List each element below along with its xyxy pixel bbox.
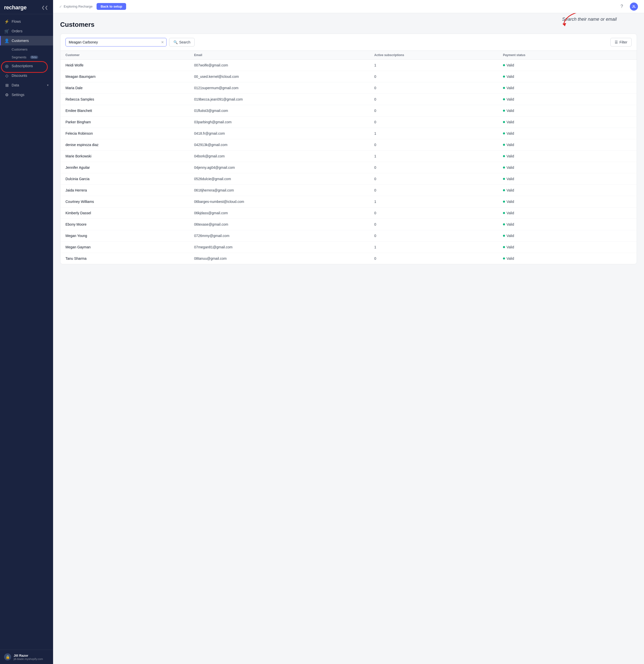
active-subscriptions: 0 [374, 177, 503, 181]
customer-email: 019becca.jean091@gmail.com [194, 97, 374, 101]
table-body: Heidi Wolfe 007wolfe@gmail.com 1 Valid M… [60, 60, 637, 264]
settings-icon: ⚙ [4, 92, 9, 97]
table-row[interactable]: Kimberly Dassel 06kjdass@gmail.com 0 Val… [60, 207, 637, 219]
payment-status: Valid [503, 222, 631, 226]
table-row[interactable]: Jaida Herrera 0616jherrera@gmail.com 0 V… [60, 185, 637, 196]
sidebar-item-subscriptions[interactable]: ◎ Subscriptions [0, 61, 53, 71]
status-dot-icon [503, 155, 505, 157]
table-row[interactable]: Megan Gayman 07megan81@gmail.com 1 Valid [60, 242, 637, 253]
sidebar-item-data[interactable]: ⊞ Data ▾ [0, 80, 53, 90]
sidebar-item-label: Data [12, 83, 19, 87]
search-row: ✕ 🔍 Search ☰ Filter [60, 34, 637, 51]
user-avatar-initials[interactable]: JL [630, 2, 638, 11]
beta-badge: Beta [30, 56, 38, 59]
search-input[interactable] [65, 38, 166, 46]
orders-icon: 🛒 [4, 29, 9, 33]
table-row[interactable]: Megan Young 0726mmy@gmail.com 0 Valid [60, 230, 637, 242]
status-dot-icon [503, 178, 505, 180]
sidebar-item-label: Orders [12, 29, 22, 33]
table-header: Customer Email Active subscriptions Paym… [60, 51, 637, 60]
table-row[interactable]: Marie Borkowski 04bork@gmail.com 1 Valid [60, 151, 637, 162]
active-subscriptions: 1 [374, 200, 503, 204]
payment-status: Valid [503, 120, 631, 124]
sidebar-subitem-customers-list[interactable]: Customers [0, 45, 53, 53]
customer-email: 01flutist3@gmail.com [194, 109, 374, 113]
customer-email: 06texase@gmail.com [194, 222, 374, 226]
table-row[interactable]: Meagan Baumgarn 00_used.kernel@icloud.co… [60, 71, 637, 82]
active-subscriptions: 0 [374, 97, 503, 101]
table-row[interactable]: Emilee Blanchett 01flutist3@gmail.com 0 … [60, 105, 637, 117]
back-to-setup-button[interactable]: Back to setup [97, 3, 126, 10]
customer-email: 0616jherrera@gmail.com [194, 188, 374, 192]
status-dot-icon [503, 76, 505, 78]
customer-name: Jaida Herrera [65, 188, 194, 192]
customer-name: Tanu Sharma [65, 256, 194, 261]
user-info: Jill Razor jill-blade.myshopify.com [14, 653, 43, 661]
sidebar-collapse-button[interactable]: ❮❮ [40, 4, 49, 11]
status-dot-icon [503, 257, 505, 260]
payment-status: Valid [503, 109, 631, 113]
user-name: Jill Razor [14, 653, 43, 658]
status-dot-icon [503, 189, 505, 191]
customer-name: Emilee Blanchett [65, 109, 194, 113]
table-row[interactable]: Courtney Williams 06barges-numbest@iclou… [60, 196, 637, 207]
customer-name: Kimberly Dassel [65, 211, 194, 215]
filter-button[interactable]: ☰ Filter [610, 38, 631, 46]
customers-nav-group: 👤 Customers [0, 36, 53, 45]
sidebar-item-settings[interactable]: ⚙ Settings [0, 90, 53, 100]
user-avatar: 🔒 [4, 653, 11, 661]
sidebar-item-flows[interactable]: ⚡ Flows [0, 17, 53, 26]
customer-name: Meagan Baumgarn [65, 75, 194, 79]
payment-status: Valid [503, 200, 631, 204]
column-header-payment-status: Payment status [503, 53, 631, 57]
table-row[interactable]: Heidi Wolfe 007wolfe@gmail.com 1 Valid [60, 60, 637, 71]
table-row[interactable]: Rebecca Samples 019becca.jean091@gmail.c… [60, 94, 637, 105]
customers-table-container: ✕ 🔍 Search ☰ Filter Customer Email Activ… [60, 34, 637, 264]
payment-status: Valid [503, 166, 631, 169]
sidebar-item-orders[interactable]: 🛒 Orders [0, 26, 53, 36]
table-row[interactable]: Maria Dale 0121supermum@gmail.com 0 Vali… [60, 82, 637, 94]
sidebar-item-customers[interactable]: 👤 Customers [0, 36, 53, 45]
payment-status: Valid [503, 154, 631, 158]
search-icon: 🔍 [174, 40, 178, 44]
sidebar: recharge ❮❮ ⚡ Flows 🛒 Orders 👤 Customers… [0, 0, 53, 664]
sidebar-subitem-segments[interactable]: Segments Beta [0, 53, 53, 61]
active-subscriptions: 0 [374, 86, 503, 90]
topbar: ✓ Exploring Recharge Back to setup ? JL [53, 0, 644, 13]
customer-name: denise espinoza diaz [65, 143, 194, 147]
customer-email: 0121supermum@gmail.com [194, 86, 374, 90]
payment-status: Valid [503, 86, 631, 90]
customer-name: Jennifer Aguilar [65, 166, 194, 169]
sidebar-item-label: Flows [12, 19, 21, 23]
search-clear-button[interactable]: ✕ [161, 40, 164, 44]
help-button[interactable]: ? [618, 2, 626, 11]
sub-item-label: Segments [12, 55, 26, 59]
table-row[interactable]: denise espinoza diaz 042913k@gmail.com 0… [60, 139, 637, 151]
payment-status: Valid [503, 131, 631, 136]
sidebar-footer: 🔒 Jill Razor jill-blade.myshopify.com [0, 649, 53, 664]
active-subscriptions: 0 [374, 75, 503, 79]
customer-name: Courtney Williams [65, 200, 194, 204]
customer-email: 0418.fr@gmail.com [194, 131, 374, 136]
table-row[interactable]: Parker Bingham 03parbingh@gmail.com 0 Va… [60, 117, 637, 128]
table-row[interactable]: Dulcinia Garcia 0526dulcie@gmail.com 0 V… [60, 173, 637, 185]
table-row[interactable]: Tanu Sharma 08tanuu@gmail.com 0 Valid [60, 253, 637, 264]
table-row[interactable]: Felecia Robinson 0418.fr@gmail.com 1 Val… [60, 128, 637, 139]
customer-name: Heidi Wolfe [65, 63, 194, 67]
search-button[interactable]: 🔍 Search [169, 38, 195, 46]
status-dot-icon [503, 246, 505, 248]
customer-email: 06kjdass@gmail.com [194, 211, 374, 215]
column-header-customer: Customer [65, 53, 194, 57]
table-row[interactable]: Ebony Moore 06texase@gmail.com 0 Valid [60, 219, 637, 230]
table-row[interactable]: Jennifer Aguilar 04jenny.ag04@gmail.com … [60, 162, 637, 173]
status-dot-icon [503, 121, 505, 123]
customer-email: 07megan81@gmail.com [194, 245, 374, 249]
status-dot-icon [503, 212, 505, 214]
search-input-wrap: ✕ [65, 38, 166, 46]
payment-status: Valid [503, 63, 631, 67]
sidebar-item-discounts[interactable]: ◇ Discounts [0, 71, 53, 80]
active-indicator [0, 36, 1, 45]
status-dot-icon [503, 144, 505, 146]
payment-status: Valid [503, 234, 631, 238]
status-dot-icon [503, 223, 505, 225]
